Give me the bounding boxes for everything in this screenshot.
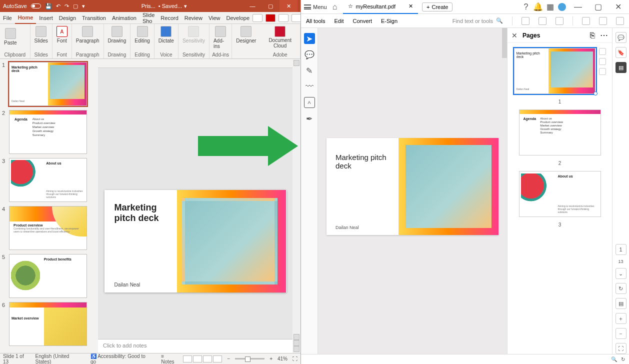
tab-close-icon[interactable]: ✕ (408, 3, 413, 10)
close-panel-icon[interactable]: ✕ (512, 32, 518, 40)
profile-icon[interactable] (558, 3, 566, 11)
home-icon[interactable]: ⌂ (331, 3, 339, 11)
minimize-button[interactable]: — (570, 0, 586, 14)
pages-list[interactable]: Marketing pitch deckDailan Neal 1 Agenda (508, 43, 612, 354)
draw-tool-icon[interactable]: 〰 (304, 81, 315, 92)
highlight-tool-icon[interactable]: ✎ (304, 65, 315, 76)
fit-icon[interactable]: ⛶ (292, 356, 298, 362)
thumb-1[interactable]: Marketing pitch deckDailan Neal (9, 62, 87, 106)
zoom-in-icon[interactable]: + (270, 356, 272, 362)
slide-1[interactable]: Marketing pitch deck Dailan Neal (104, 190, 286, 292)
present-icon[interactable]: ▢ (73, 3, 78, 10)
pdf-page-1[interactable]: Marketing pitch deck Dailan Neal (326, 138, 498, 235)
thumb-6[interactable]: Market overview (9, 302, 87, 346)
zoom-slider[interactable] (235, 358, 264, 360)
sorter-view-icon[interactable] (193, 356, 202, 362)
thumb-2[interactable]: Agenda About us Product overview Market … (9, 110, 87, 154)
save-icon[interactable] (522, 17, 530, 25)
textbox-tool-icon[interactable]: A (304, 97, 315, 108)
thumb-3[interactable]: About usAiming to revolutionize industri… (9, 158, 87, 202)
rotate-view-icon[interactable]: ↻ (616, 283, 626, 294)
next-slide-icon[interactable] (294, 346, 300, 352)
maximize-button[interactable]: ▢ (590, 0, 606, 14)
tab-developer[interactable]: Develope (224, 12, 252, 24)
redo-icon[interactable]: ↷ (64, 3, 69, 10)
slide-area[interactable]: Marketing pitch deck Dailan Neal (98, 68, 292, 339)
accessibility-status[interactable]: ♿ Accessibility: Good to go (90, 354, 151, 364)
menu-button[interactable]: Menu (304, 4, 327, 10)
sensitivity-button[interactable]: Sensitivity (180, 25, 207, 44)
bookmarks-panel-icon[interactable]: 🔖 (616, 47, 626, 58)
sign-tool-icon[interactable]: ✒ (304, 113, 315, 124)
tab-design[interactable]: Design (56, 12, 79, 24)
normal-view-icon[interactable] (183, 356, 192, 362)
share-icon[interactable] (582, 17, 590, 25)
maximize-button[interactable]: ▢ (262, 0, 280, 12)
document-tab[interactable]: ☆ myResultant.pdf ✕ (343, 0, 418, 14)
prev-slide-icon[interactable] (294, 340, 300, 346)
apps-icon[interactable]: ▦ (546, 3, 554, 11)
language[interactable]: English (United States) (36, 354, 86, 364)
document-cloud-button[interactable]: Document Cloud (262, 25, 298, 50)
title-dropdown-icon[interactable]: ▾ (184, 3, 187, 10)
page-thumb-2[interactable]: Agenda About us Product overview Market … (519, 110, 601, 156)
star-icon[interactable]: ☆ (348, 3, 353, 10)
slide-author[interactable]: Dailan Neal (114, 282, 172, 288)
page-indicator[interactable]: 1 (616, 244, 626, 255)
esign-button[interactable]: E-Sign (381, 18, 398, 24)
print-icon[interactable] (556, 17, 564, 25)
help-icon[interactable]: ? (522, 3, 530, 11)
dictate-button[interactable]: Dictate (156, 25, 176, 44)
delete-icon[interactable] (599, 68, 606, 75)
minimize-button[interactable]: — (244, 0, 262, 12)
tab-record[interactable]: Record (158, 12, 181, 24)
addins-button[interactable]: Add-ins (212, 25, 230, 50)
close-button[interactable]: ✕ (280, 0, 298, 12)
font-button[interactable]: AFont (54, 25, 70, 44)
page-thumb-3[interactable]: About usAiming to revolutionize industri… (519, 171, 601, 217)
tab-view[interactable]: View (206, 12, 224, 24)
cut-icon[interactable] (21, 25, 28, 32)
thumb-4[interactable]: Product overview Combining functionality… (9, 206, 87, 250)
tab-animations[interactable]: Animation (109, 12, 140, 24)
document-view[interactable]: Marketing pitch deck Dailan Neal (318, 28, 507, 354)
fullscreen-icon[interactable]: ⛶ (616, 343, 626, 354)
zoom-out-icon[interactable]: － (616, 328, 626, 339)
tab-file[interactable]: File (0, 12, 15, 24)
notes-toggle[interactable]: ≡ Notes (161, 354, 178, 364)
record-icon[interactable] (266, 14, 276, 22)
page-thumb-1[interactable]: Marketing pitch deckDailan Neal (514, 48, 596, 94)
scroll-down-icon[interactable]: ⌄ (616, 268, 626, 279)
scroll-up-icon[interactable] (294, 60, 300, 66)
tab-slideshow[interactable]: Slide Sho (140, 12, 158, 24)
thumb-5[interactable]: Product benefits (9, 254, 87, 298)
autosave-toggle[interactable] (31, 4, 41, 8)
slide-title[interactable]: Marketing pitch deck (114, 202, 172, 224)
select-tool-icon[interactable]: ➤ (304, 33, 315, 44)
share-icon[interactable] (278, 14, 288, 22)
create-button[interactable]: +Create (422, 2, 452, 12)
status-sync-icon[interactable]: ↻ (621, 356, 625, 362)
page-display-icon[interactable]: ▤ (616, 298, 626, 309)
comments-panel-icon[interactable]: 💬 (616, 32, 626, 43)
status-zoom-icon[interactable]: 🔍 (611, 356, 617, 362)
qat-more-icon[interactable]: ▾ (82, 3, 85, 10)
slide-count[interactable]: Slide 1 of 13 (3, 354, 30, 364)
copy-icon[interactable] (599, 58, 606, 65)
drawing-button[interactable]: Drawing (106, 25, 128, 44)
scroll-down-icon[interactable] (294, 334, 300, 340)
paste-button[interactable]: Paste (2, 27, 19, 46)
edit-button[interactable]: Edit (334, 18, 344, 24)
slide-thumbnails[interactable]: 1 Marketing pitch deckDailan Neal 2 Agen… (0, 59, 98, 353)
close-button[interactable]: ✕ (610, 0, 626, 14)
cloud-icon[interactable] (538, 17, 546, 25)
rotate-icon[interactable] (599, 48, 606, 55)
email-icon[interactable] (616, 17, 624, 25)
vertical-scrollbar[interactable] (292, 59, 300, 353)
insert-page-icon[interactable]: ⎘ (590, 31, 595, 40)
zoom-level[interactable]: 41% (278, 356, 288, 362)
tab-review[interactable]: Review (182, 12, 206, 24)
slideshow-view-icon[interactable] (213, 356, 222, 362)
link-icon[interactable] (599, 17, 607, 25)
copy-icon[interactable] (21, 33, 28, 40)
